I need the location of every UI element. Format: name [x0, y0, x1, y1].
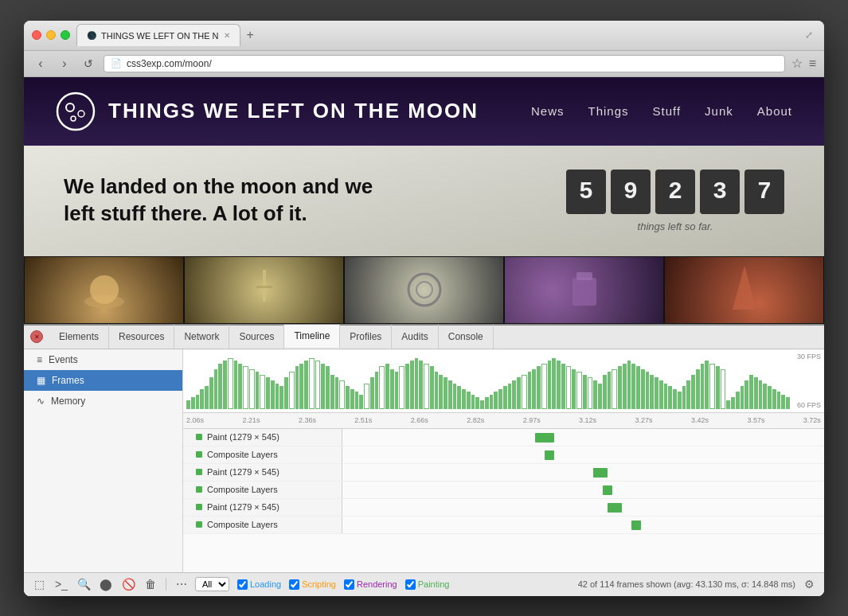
fps-bar [618, 366, 622, 408]
thumb-item-1[interactable] [184, 256, 344, 324]
search-button[interactable]: 🔍 [75, 575, 92, 593]
ruler-tick: 2.66s [411, 416, 428, 424]
fps-bar [557, 361, 561, 408]
site-header: THINGS WE LEFT ON THE MOON News Things S… [24, 77, 824, 146]
table-row[interactable]: Paint (1279 × 545) [183, 464, 824, 481]
fps-bar [350, 389, 354, 409]
fps-bar [364, 384, 369, 409]
table-row[interactable]: Paint (1279 × 545) [183, 429, 824, 446]
fps-bar [659, 380, 663, 409]
console-button[interactable]: >_ [53, 575, 70, 593]
filter-line-button[interactable]: ⋯ [173, 575, 190, 593]
record-label: Composite Layers [183, 481, 342, 498]
no-pause-button[interactable]: 🚫 [119, 575, 137, 593]
table-row[interactable]: Composite Layers [183, 446, 824, 464]
tab-timeline[interactable]: Timeline [284, 325, 340, 349]
svg-point-2 [78, 111, 84, 117]
loading-checkbox[interactable] [237, 579, 248, 590]
tab-audits[interactable]: Audits [392, 325, 438, 349]
painting-checkbox[interactable] [405, 579, 416, 590]
record-label: Paint (1279 × 545) [183, 464, 342, 481]
maximize-button[interactable] [61, 30, 70, 40]
forward-button[interactable]: › [56, 57, 73, 71]
table-row[interactable]: Composite Layers [183, 481, 824, 499]
record-bar-area [342, 481, 824, 498]
bookmark-button[interactable]: ☆ [791, 56, 803, 71]
fps-bar [448, 380, 452, 409]
record-bar-area [342, 446, 824, 463]
inspect-element-button[interactable]: ⬚ [30, 575, 48, 593]
tab-resources[interactable]: Resources [109, 325, 174, 349]
clear-button[interactable]: 🗑 [142, 575, 159, 593]
fullscreen-button[interactable]: ⤢ [802, 29, 816, 41]
fps-bar [430, 366, 434, 408]
fps-bar [678, 392, 682, 408]
ruler-tick: 2.82s [467, 416, 484, 424]
fps-bar [572, 369, 576, 409]
fps-bar [636, 366, 640, 408]
filter-rendering[interactable]: Rendering [344, 579, 397, 590]
thumb-item-2[interactable] [344, 256, 504, 324]
fps-bar [453, 384, 457, 409]
fps-bar [228, 358, 233, 409]
digit-2: 2 [655, 170, 695, 214]
fps-bar [309, 358, 315, 409]
tab-elements[interactable]: Elements [49, 325, 109, 349]
filter-painting[interactable]: Painting [405, 579, 450, 590]
nav-things[interactable]: Things [588, 104, 628, 118]
devtools-close-button[interactable]: ✕ [30, 330, 43, 343]
ruler-ticks: 2.06s2.21s2.36s2.51s2.66s2.82s2.97s3.12s… [186, 416, 821, 424]
tab-profiles[interactable]: Profiles [340, 325, 392, 349]
fps-bar [593, 380, 597, 409]
fps-bar [655, 377, 658, 408]
fps-bar [379, 366, 385, 408]
fps-bar [415, 358, 419, 409]
scripting-checkbox[interactable] [289, 579, 299, 590]
site-logo: THINGS WE LEFT ON THE MOON [56, 92, 479, 131]
fps-bar [370, 377, 374, 408]
nav-about[interactable]: About [757, 104, 792, 118]
tab-network[interactable]: Network [174, 325, 229, 349]
filter-scripting[interactable]: Scripting [289, 579, 336, 590]
nav-stuff[interactable]: Stuff [653, 104, 682, 118]
close-button[interactable] [32, 30, 41, 40]
minimize-button[interactable] [46, 30, 56, 40]
sidebar-item-frames[interactable]: ▦ Frames [24, 370, 182, 391]
breakpoint-button[interactable]: ⬤ [97, 575, 115, 593]
record-bar [535, 433, 554, 443]
fps-bar [480, 400, 484, 409]
back-button[interactable]: ‹ [32, 57, 49, 71]
menu-button[interactable]: ≡ [809, 57, 816, 71]
settings-button[interactable]: ⚙ [800, 575, 818, 593]
table-row[interactable]: Paint (1279 × 545) [183, 499, 824, 517]
thumb-item-3[interactable] [504, 256, 664, 324]
fps-bar [686, 380, 690, 409]
new-tab-button[interactable]: + [244, 28, 257, 42]
table-row[interactable]: Composite Layers [183, 517, 824, 534]
record-text: Paint (1279 × 545) [207, 467, 279, 477]
fps-bar [457, 386, 461, 408]
sidebar-item-events[interactable]: ≡ Events [24, 349, 182, 370]
url-field[interactable]: 📄 css3exp.com/moon/ [104, 55, 785, 72]
browser-tab-active[interactable]: 🌑 THINGS WE LEFT ON THE N ✕ [76, 24, 240, 46]
sidebar-memory-label: Memory [51, 396, 85, 407]
thumb-item-0[interactable] [24, 256, 184, 324]
fps-bar [612, 369, 617, 409]
fps-bar [650, 375, 654, 409]
tab-sources[interactable]: Sources [229, 325, 284, 349]
tab-close-icon[interactable]: ✕ [224, 31, 230, 40]
rendering-checkbox[interactable] [344, 579, 354, 590]
sidebar-item-memory[interactable]: ∿ Memory [24, 391, 182, 411]
fps-bar [234, 361, 238, 408]
fps-bar [512, 380, 516, 409]
tab-console[interactable]: Console [439, 325, 494, 349]
nav-news[interactable]: News [531, 104, 565, 118]
thumb-item-4[interactable] [664, 256, 824, 324]
fps-bar [424, 364, 429, 409]
fps-bar [673, 389, 677, 409]
filter-loading[interactable]: Loading [237, 579, 281, 590]
reload-button[interactable]: ↺ [80, 57, 97, 70]
filter-select[interactable]: All [195, 577, 229, 591]
nav-junk[interactable]: Junk [705, 104, 733, 118]
fps-bar [721, 369, 726, 409]
